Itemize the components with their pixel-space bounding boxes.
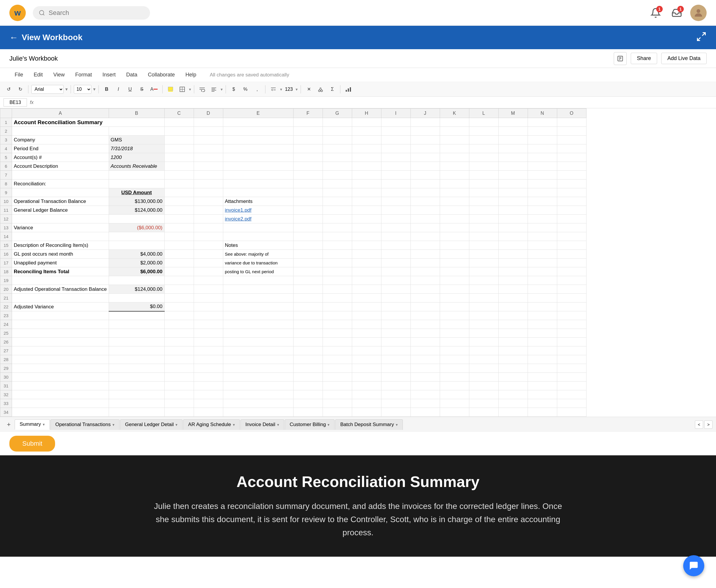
undo-button[interactable]: ↺: [3, 84, 14, 94]
cell-E15[interactable]: Notes: [223, 241, 293, 250]
cell-A20[interactable]: Adjusted Operational Transaction Balance: [12, 285, 109, 294]
cell-reference[interactable]: [3, 98, 27, 107]
cell-A6[interactable]: Account Description: [12, 162, 109, 171]
menu-collaborate[interactable]: Collaborate: [143, 68, 180, 82]
workday-logo[interactable]: w: [9, 5, 26, 21]
align-left-button[interactable]: [209, 84, 219, 94]
menu-format[interactable]: Format: [70, 68, 97, 82]
col-header-J[interactable]: J: [410, 109, 440, 118]
col-header-D[interactable]: D: [193, 109, 223, 118]
cell-E11[interactable]: invoice1.pdf: [223, 206, 293, 215]
cell-A10[interactable]: Operational Transaction Balance: [12, 197, 109, 206]
decrease-indent-button[interactable]: [268, 84, 278, 94]
col-header-I[interactable]: I: [381, 109, 410, 118]
borders-button[interactable]: [177, 84, 187, 94]
inbox-btn[interactable]: 1: [669, 5, 684, 21]
cell-B11[interactable]: $124,000.00: [109, 206, 164, 215]
tab-general-ledger-detail[interactable]: General Ledger Detail ▾: [120, 419, 183, 430]
cell-E16[interactable]: See above: majority of: [223, 250, 293, 258]
cell-A16[interactable]: GL post occurs next month: [12, 250, 109, 258]
menu-insert[interactable]: Insert: [97, 68, 121, 82]
fill-color-button[interactable]: [165, 84, 176, 94]
submit-button[interactable]: Submit: [9, 436, 55, 451]
scroll-right-button[interactable]: >: [704, 420, 713, 429]
cell-E10[interactable]: Attachments: [223, 197, 293, 206]
tab-operational-transactions[interactable]: Operational Transactions ▾: [50, 419, 120, 430]
clear-button[interactable]: ✕: [304, 84, 314, 94]
sum-button[interactable]: Σ: [327, 84, 337, 94]
cell-B3[interactable]: GMS: [109, 135, 164, 144]
col-header-O[interactable]: O: [557, 109, 586, 118]
col-header-K[interactable]: K: [440, 109, 469, 118]
cell-E18[interactable]: posting to GL next period: [223, 267, 293, 276]
cell-B13[interactable]: ($6,000.00): [109, 224, 164, 232]
menu-help[interactable]: Help: [180, 68, 202, 82]
tab-ar-aging-schedule[interactable]: AR Aging Schedule ▾: [183, 419, 240, 430]
menu-file[interactable]: File: [9, 68, 28, 82]
col-header-L[interactable]: L: [469, 109, 498, 118]
cell-A3[interactable]: Company: [12, 135, 109, 144]
menu-data[interactable]: Data: [121, 68, 143, 82]
search-input[interactable]: [49, 9, 137, 17]
cell-B16[interactable]: $4,000.00: [109, 250, 164, 258]
strikethrough-button[interactable]: S: [137, 84, 147, 94]
col-header-N[interactable]: N: [528, 109, 557, 118]
cell-E17[interactable]: variance due to transaction: [223, 258, 293, 267]
col-header-B[interactable]: B: [109, 109, 164, 118]
cell-A1[interactable]: Account Reconciliation Summary: [12, 118, 165, 127]
cell-A4[interactable]: Period End: [12, 144, 109, 153]
chat-bubble[interactable]: [683, 555, 704, 576]
menu-edit[interactable]: Edit: [28, 68, 48, 82]
cell-B4[interactable]: 7/31/2018: [109, 144, 164, 153]
tab-batch-deposit-summary[interactable]: Batch Deposit Summary ▾: [335, 419, 403, 430]
comma-button[interactable]: ,: [252, 84, 262, 94]
avatar[interactable]: [690, 5, 707, 21]
cell-E12[interactable]: invoice2.pdf: [223, 215, 293, 224]
col-header-F[interactable]: F: [293, 109, 323, 118]
cell-A22[interactable]: Adjusted Variance: [12, 302, 109, 311]
cell-A15[interactable]: Description of Reconciling Item(s): [12, 241, 109, 250]
col-header-G[interactable]: G: [323, 109, 352, 118]
add-sheet-button[interactable]: +: [3, 419, 14, 430]
wrap-text-button[interactable]: [197, 84, 207, 94]
cell-A17[interactable]: Unapplied payment: [12, 258, 109, 267]
cut-button[interactable]: [315, 84, 326, 94]
underline-button[interactable]: U: [125, 84, 135, 94]
back-button[interactable]: ← View Workbook: [9, 33, 82, 42]
formula-input[interactable]: [36, 98, 713, 107]
col-header-A[interactable]: A: [12, 109, 109, 118]
cell-A8[interactable]: Reconciliation:: [12, 180, 109, 188]
search-bar[interactable]: [33, 6, 150, 20]
cell-B5[interactable]: 1200: [109, 153, 164, 162]
cell-A18[interactable]: Reconciling Items Total: [12, 267, 109, 276]
share-button[interactable]: Share: [631, 53, 657, 64]
tab-summary[interactable]: Summary ▾: [15, 419, 50, 430]
percent-button[interactable]: %: [241, 84, 250, 94]
cell-B18[interactable]: $6,000.00: [109, 267, 164, 276]
font-size-select[interactable]: 10: [74, 85, 91, 94]
doc-icon-btn[interactable]: [614, 52, 627, 65]
cell-A5[interactable]: Account(s) #: [12, 153, 109, 162]
cell-B22[interactable]: $0.00: [109, 302, 164, 311]
col-header-C[interactable]: C: [164, 109, 193, 118]
bold-button[interactable]: B: [102, 84, 111, 94]
cell-B20[interactable]: $124,000.00: [109, 285, 164, 294]
col-header-M[interactable]: M: [498, 109, 528, 118]
cell-A11[interactable]: General Ledger Balance: [12, 206, 109, 215]
font-color-button[interactable]: A: [148, 84, 159, 94]
currency-button[interactable]: $: [229, 84, 239, 94]
cell-A13[interactable]: Variance: [12, 224, 109, 232]
notification-btn[interactable]: 1: [648, 5, 663, 21]
col-header-H[interactable]: H: [352, 109, 381, 118]
tab-customer-billing[interactable]: Customer Billing ▾: [285, 419, 335, 430]
scroll-left-button[interactable]: <: [695, 420, 703, 429]
expand-button[interactable]: [696, 31, 707, 44]
add-live-data-button[interactable]: Add Live Data: [661, 53, 707, 64]
chart-button[interactable]: [343, 84, 353, 94]
redo-button[interactable]: ↻: [15, 84, 25, 94]
italic-button[interactable]: I: [114, 84, 123, 94]
cell-B6[interactable]: Accounts Receivable: [109, 162, 164, 171]
cell-B9[interactable]: USD Amount: [109, 188, 164, 197]
menu-view[interactable]: View: [48, 68, 70, 82]
tab-invoice-detail[interactable]: Invoice Detail ▾: [241, 419, 284, 430]
